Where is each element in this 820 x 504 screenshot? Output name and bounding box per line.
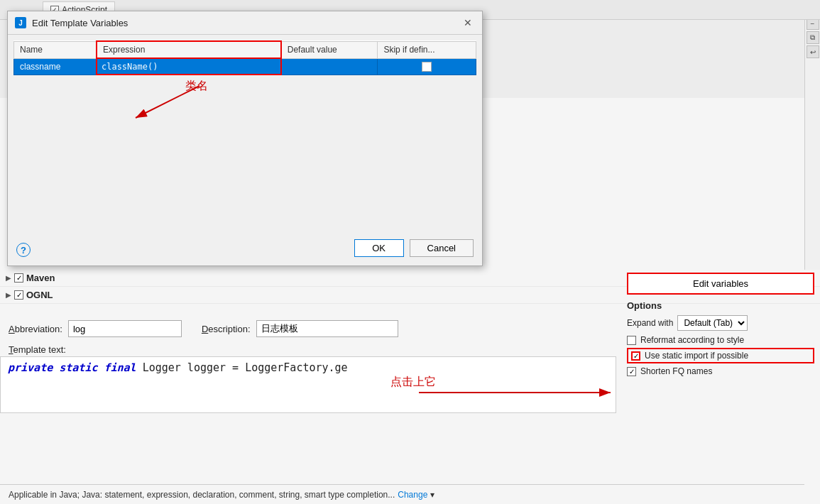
help-button[interactable]: ? xyxy=(16,243,31,257)
table-row[interactable]: classname xyxy=(14,58,476,75)
abbreviation-label: Abbreviation: xyxy=(9,324,62,334)
bottom-info-text: Applicable in Java; Java: statement, exp… xyxy=(9,490,395,500)
annotation-area: 类名 xyxy=(93,79,221,138)
use-static-import-checkbox[interactable]: ✓ xyxy=(631,351,640,361)
description-label: Description: xyxy=(202,324,251,334)
edit-variables-button[interactable]: Edit variables xyxy=(627,273,814,295)
use-static-import-label: Use static import if possible xyxy=(645,351,748,361)
col-skip: Skip if defin... xyxy=(378,41,476,58)
options-label: Options xyxy=(627,300,814,311)
shorten-fq-label: Shorten FQ names xyxy=(640,366,712,376)
abbreviation-input[interactable] xyxy=(68,320,182,337)
classname-annotation: 类名 xyxy=(185,79,208,94)
cell-skip[interactable] xyxy=(378,58,476,75)
dialog-buttons: OK Cancel xyxy=(354,239,474,257)
dialog-close-button[interactable]: ✕ xyxy=(461,16,475,30)
expression-input[interactable] xyxy=(102,62,276,72)
use-static-import-option-row: ✓ Use static import if possible xyxy=(627,348,814,363)
cancel-button[interactable]: Cancel xyxy=(410,239,474,257)
static-import-arrow xyxy=(419,382,632,405)
reformat-label: Reformat according to style xyxy=(640,335,744,345)
dialog-icon: J xyxy=(15,17,26,28)
dialog-title-text: Edit Template Variables xyxy=(32,18,128,28)
abbr-underline: A xyxy=(9,324,15,334)
maven-checkbox[interactable]: ✓ xyxy=(14,273,23,283)
reformat-option-row: Reformat according to style xyxy=(627,335,814,345)
ok-button[interactable]: OK xyxy=(354,239,404,257)
bottom-info-bar: Applicable in Java; Java: statement, exp… xyxy=(0,484,804,504)
edit-template-variables-dialog: J Edit Template Variables ✕ Name Express… xyxy=(7,11,483,266)
table-scroll-area: Name Expression Default value Skip if de… xyxy=(13,40,476,75)
code-rest: Logger logger = LoggerFactory.ge xyxy=(143,361,348,374)
change-link[interactable]: Change xyxy=(398,490,427,500)
keyword-static: static xyxy=(59,361,97,374)
expand-row: Expand with Default (Tab) Enter Space Ta… xyxy=(627,315,814,331)
bottom-panel: ▶ ✓ Maven ▶ ✓ OGNL Abbreviation: Descrip… xyxy=(0,270,820,504)
dialog-title-left: J Edit Template Variables xyxy=(15,17,128,28)
skip-checkbox[interactable] xyxy=(422,62,432,72)
description-input[interactable] xyxy=(256,320,398,337)
col-default: Default value xyxy=(281,41,378,58)
cell-default xyxy=(281,58,378,75)
ognl-checkbox[interactable]: ✓ xyxy=(14,290,23,300)
maven-label: Maven xyxy=(26,273,55,283)
shorten-fq-option-row: ✓ Shorten FQ names xyxy=(627,366,814,376)
cell-name: classname xyxy=(14,58,97,75)
variables-table: Name Expression Default value Skip if de… xyxy=(13,40,476,75)
dialog-table-area: Name Expression Default value Skip if de… xyxy=(8,35,482,212)
change-arrow: ▾ xyxy=(430,490,434,500)
tree-arrow-ognl: ▶ xyxy=(6,291,11,299)
tree-arrow-maven: ▶ xyxy=(6,274,11,282)
reformat-checkbox[interactable] xyxy=(627,336,636,345)
desc-underline: D xyxy=(202,324,208,334)
col-name: Name xyxy=(14,41,97,58)
dialog-titlebar: J Edit Template Variables ✕ xyxy=(8,11,482,35)
col-expression: Expression xyxy=(97,41,281,58)
template-label-area: Template text: xyxy=(0,344,75,355)
ognl-label: OGNL xyxy=(26,290,53,300)
scroll-copy[interactable]: ⧉ xyxy=(807,31,819,44)
expand-select[interactable]: Default (Tab) Enter Space Tab xyxy=(677,315,748,331)
right-options-panel: Edit variables Options Expand with Defau… xyxy=(621,270,820,382)
scroll-undo[interactable]: ↩ xyxy=(807,45,819,58)
keyword-private: private xyxy=(8,361,53,374)
cell-expression[interactable] xyxy=(97,58,281,75)
keyword-final: final xyxy=(104,361,136,374)
static-arrow-svg xyxy=(419,382,632,403)
template-label: Template text: xyxy=(9,344,66,355)
expand-label: Expand with xyxy=(627,318,673,328)
shorten-fq-checkbox[interactable]: ✓ xyxy=(627,367,636,376)
